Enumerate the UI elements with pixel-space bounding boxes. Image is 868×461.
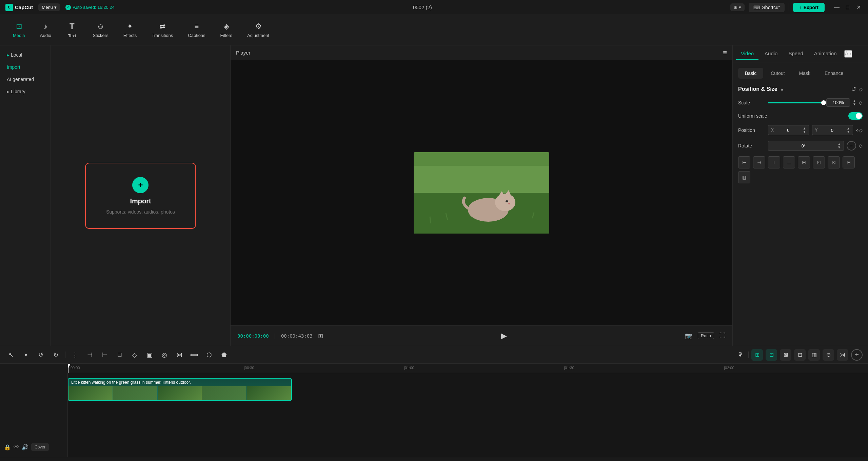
rotate-keyframe[interactable]: ◇ (859, 143, 863, 148)
sub-tab-mask[interactable]: Mask (792, 68, 817, 79)
maximize-button[interactable]: □ (844, 3, 852, 12)
scale-value-input[interactable] (826, 98, 850, 107)
speed-change-button[interactable]: ⋊ (837, 349, 848, 361)
rotate-decrement[interactable]: ▼ (837, 146, 841, 149)
select-tool[interactable]: ↖ (5, 349, 16, 360)
tool-text[interactable]: T Text (60, 19, 84, 41)
play-button[interactable]: ▶ (501, 332, 507, 340)
more-tabs-button[interactable]: A › (844, 50, 852, 58)
y-decrement[interactable]: ▼ (847, 130, 850, 134)
collapse-arrow[interactable]: ▲ (780, 87, 784, 92)
track-audio-button[interactable]: 🔊 (22, 444, 28, 450)
scale-decrement[interactable]: ▼ (853, 103, 856, 106)
position-row: Position X 0 ▲ ▼ Y 0 ▲ ▼ (738, 125, 863, 135)
scale-keyframe[interactable]: ◇ (859, 100, 863, 105)
redo-button[interactable]: ↻ (50, 349, 61, 360)
scale-slider[interactable] (768, 102, 824, 103)
trim-right[interactable]: ⊢ (99, 349, 110, 360)
undo-button[interactable]: ↺ (35, 349, 46, 360)
link-button[interactable]: ⊠ (780, 349, 791, 361)
position-y-field[interactable]: Y 0 ▲ ▼ (812, 125, 853, 135)
align-distribute-h[interactable]: ⊠ (828, 156, 840, 168)
import-box[interactable]: + Import Supports: videos, audios, photo… (85, 163, 196, 229)
cover-button[interactable]: Cover (31, 443, 49, 451)
tool-audio[interactable]: ♪ Audio (34, 19, 57, 41)
transform-tool[interactable]: ⬡ (204, 349, 215, 360)
sub-tab-enhance[interactable]: Enhance (818, 68, 850, 79)
subtitle-button-2[interactable]: ▥ (808, 349, 820, 361)
speed-tool[interactable]: ◎ (159, 349, 170, 360)
rotate-field[interactable]: 0° ▲ ▼ (768, 141, 844, 151)
minimize-button[interactable]: — (833, 3, 841, 12)
left-nav: ▶ Local Import AI generated ▶ Library (0, 45, 51, 346)
keyframe-button[interactable]: ◇ (859, 86, 863, 92)
mic-button[interactable]: 🎙 (735, 349, 746, 360)
sub-tab-basic[interactable]: Basic (738, 68, 763, 79)
align-bottom[interactable]: ⊡ (813, 156, 825, 168)
tool-transitions[interactable]: ⇄ Transitions (145, 19, 179, 41)
trim-left[interactable]: ⊣ (84, 349, 95, 360)
tool-media[interactable]: ⊡ Media (7, 19, 31, 41)
position-keyframe[interactable]: ⋄◇ (856, 127, 863, 133)
rotate-value: 0° (771, 143, 836, 148)
shortcut-button[interactable]: ⌨ Shortcut (749, 3, 785, 12)
align-distribute-v[interactable]: ⊟ (843, 156, 855, 168)
track-lock-button[interactable]: 🔒 (4, 444, 11, 450)
track-hide-button[interactable]: 👁 (14, 444, 19, 450)
grid-view-button[interactable]: ⊞ (318, 332, 323, 340)
delete-button[interactable]: □ (114, 349, 125, 360)
align-center-h[interactable]: ⊣ (753, 156, 765, 168)
screenshot-button[interactable]: 📷 (685, 332, 692, 340)
position-x-field[interactable]: X 0 ▲ ▼ (768, 125, 809, 135)
ratio-button[interactable]: Ratio (698, 332, 714, 339)
nav-item-library[interactable]: ▶ Library (3, 86, 48, 97)
layout-button[interactable]: ⊞ ▾ (730, 3, 745, 11)
select-dropdown[interactable]: ▾ (20, 349, 31, 360)
align-center-v[interactable]: ⊞ (798, 156, 810, 168)
reset-button[interactable]: ↺ (851, 85, 856, 93)
mirror-tool[interactable]: ⟺ (189, 349, 200, 360)
tool-effects[interactable]: ✦ Effects (117, 19, 143, 41)
zoom-out-button[interactable]: ⊖ (823, 349, 834, 361)
audio-tool[interactable]: ⋈ (174, 349, 185, 360)
uniform-scale-toggle[interactable] (848, 112, 863, 120)
close-button[interactable]: ✕ (854, 3, 863, 12)
align-right[interactable]: ⊤ (768, 156, 780, 168)
tab-animation[interactable]: Animation (809, 48, 842, 60)
crop-tool-2[interactable]: ⬟ (219, 349, 230, 360)
fullscreen-button[interactable]: ⛶ (719, 332, 726, 339)
nav-item-ai-generated[interactable]: AI generated (3, 74, 48, 85)
keyframe-tool[interactable]: ◇ (129, 349, 140, 360)
split-button[interactable]: ⋮ (70, 349, 80, 360)
nav-item-local[interactable]: ▶ Local (3, 49, 48, 60)
tab-speed[interactable]: Speed (784, 48, 808, 60)
subtitle-button[interactable]: ⊟ (794, 349, 806, 361)
rotate-dial[interactable]: – (847, 141, 856, 151)
scale-slider-thumb[interactable] (821, 100, 826, 105)
player-menu-button[interactable]: ≡ (723, 49, 727, 57)
scale-increment[interactable]: ▲ (853, 99, 856, 103)
clip-view-button[interactable]: ⊡ (766, 349, 777, 361)
playhead[interactable] (68, 364, 68, 373)
sub-tab-cutout[interactable]: Cutout (764, 68, 791, 79)
tab-video[interactable]: Video (736, 48, 758, 60)
export-button[interactable]: ↑ Export (793, 3, 825, 12)
ruler-mark-130: |01:30 (564, 366, 574, 370)
tool-filters[interactable]: ◈ Filters (214, 19, 238, 41)
tab-audio[interactable]: Audio (760, 48, 782, 60)
crop-tool[interactable]: ▣ (144, 349, 155, 360)
tool-captions[interactable]: ≡ Captions (182, 19, 211, 41)
player-controls: 00:00:00:00 | 00:00:43:03 ⊞ ▶ 📷 Ratio ⛶ (231, 325, 732, 346)
magnet-button[interactable]: ⊞ (751, 349, 763, 361)
video-clip[interactable]: Little kitten walking on the green grass… (68, 378, 292, 401)
add-track-button[interactable]: + (851, 349, 863, 361)
align-left[interactable]: ⊢ (738, 156, 750, 168)
timeline-scrollbar[interactable] (0, 457, 868, 461)
x-decrement[interactable]: ▼ (803, 130, 806, 134)
align-top[interactable]: ⊥ (783, 156, 795, 168)
tool-adjustment[interactable]: ⚙ Adjustment (241, 19, 275, 41)
menu-button[interactable]: Menu ▾ (38, 3, 60, 11)
nav-item-import[interactable]: Import (3, 62, 48, 73)
align-distribute-eq[interactable]: ▥ (738, 171, 750, 183)
tool-stickers[interactable]: ☺ Stickers (86, 19, 114, 41)
